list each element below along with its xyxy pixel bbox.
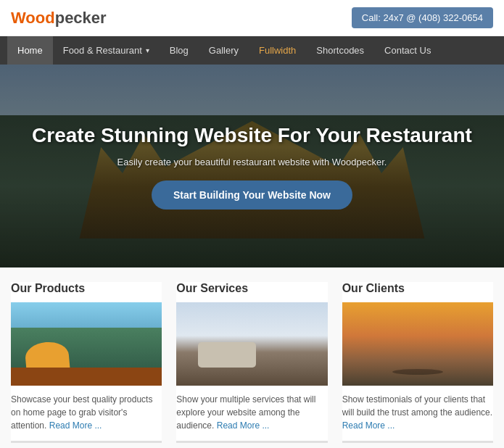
call-button[interactable]: Call: 24x7 @ (408) 322-0654 [352,7,493,28]
nav-item-food-restaurant[interactable]: Food & Restaurant ▾ [53,36,160,65]
services-image-visual [176,302,327,386]
logo: Woodpecker [11,9,107,28]
nav-item-home[interactable]: Home [7,36,53,65]
card-services-title: Our Services [176,282,327,295]
card-clients-image [342,302,493,386]
card-products: Our Products Showcase your best quality … [11,282,162,443]
card-services-desc: Show your multiple services that will ex… [176,393,327,432]
hero-content: Create Stunning Website For Your Restaur… [0,65,504,267]
card-clients: Our Clients Show testimonials of your cl… [342,282,493,443]
hero-section: Create Stunning Website For Your Restaur… [0,65,504,267]
card-products-desc: Showcase your best quality products on h… [11,393,162,432]
clients-read-more-link[interactable]: Read More ... [342,420,395,431]
chevron-down-icon: ▾ [146,46,149,54]
card-clients-desc: Show testimonials of your clients that w… [342,393,493,432]
clients-image-visual [342,302,493,386]
nav-item-shortcodes[interactable]: Shortcodes [306,36,374,65]
nav-item-blog[interactable]: Blog [160,36,199,65]
logo-pecker: pecker [55,9,107,27]
nav-item-gallery[interactable]: Gallery [199,36,249,65]
card-products-title: Our Products [11,282,162,295]
hero-cta-button[interactable]: Start Building Your Website Now [152,181,352,210]
card-products-image [11,302,162,386]
cards-section: Our Products Showcase your best quality … [0,267,504,448]
card-services-divider [176,441,327,443]
nav-item-fullwidth[interactable]: Fullwidth [249,36,306,65]
hero-title: Create Stunning Website For Your Restaur… [32,123,472,149]
products-read-more-link[interactable]: Read More ... [49,420,102,431]
hero-subtitle: Easily create your beautiful restaurant … [117,157,387,167]
nav-item-contact[interactable]: Contact Us [374,36,441,65]
card-services: Our Services Show your multiple services… [176,282,327,443]
header: Woodpecker Call: 24x7 @ (408) 322-0654 [0,0,504,36]
products-image-visual [11,302,162,386]
logo-wood: Wood [11,9,55,27]
card-clients-divider [342,441,493,443]
card-products-divider [11,441,162,443]
main-nav: Home Food & Restaurant ▾ Blog Gallery Fu… [0,36,504,65]
card-services-image [176,302,327,386]
services-read-more-link[interactable]: Read More ... [217,420,270,431]
card-clients-title: Our Clients [342,282,493,295]
